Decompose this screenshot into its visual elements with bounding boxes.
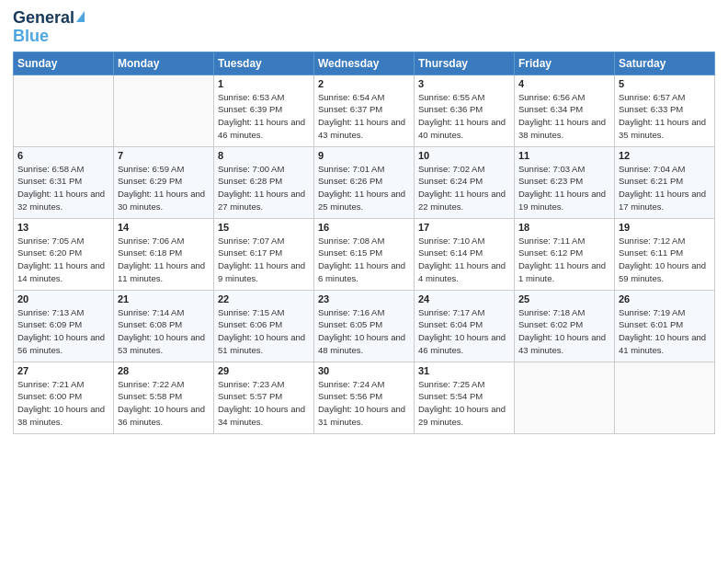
- sunset-label: Sunset: 6:26 PM: [318, 176, 382, 186]
- day-number: 10: [418, 150, 510, 161]
- sunset-label: Sunset: 5:54 PM: [418, 391, 483, 401]
- day-info: Sunrise: 6:59 AMSunset: 6:29 PMDaylight:…: [118, 163, 210, 213]
- sunrise-label: Sunrise: 7:13 AM: [17, 307, 84, 317]
- sunset-label: Sunset: 6:29 PM: [118, 176, 182, 186]
- sunset-label: Sunset: 6:09 PM: [17, 319, 82, 329]
- sunrise-label: Sunrise: 7:00 AM: [218, 164, 284, 174]
- day-number: 26: [619, 293, 711, 304]
- daylight-label: Daylight: 10 hours and 59 minutes.: [619, 260, 706, 283]
- weekday-header-cell: Friday: [515, 52, 615, 75]
- day-number: 4: [518, 78, 610, 89]
- day-info: Sunrise: 6:56 AMSunset: 6:34 PMDaylight:…: [518, 91, 610, 142]
- sunrise-label: Sunrise: 6:55 AM: [418, 92, 484, 102]
- sunrise-label: Sunrise: 7:11 AM: [518, 236, 585, 246]
- day-info: Sunrise: 7:10 AMSunset: 6:14 PMDaylight:…: [418, 235, 510, 285]
- day-number: 30: [318, 365, 410, 376]
- sunrise-label: Sunrise: 7:14 AM: [118, 307, 184, 317]
- sunrise-label: Sunrise: 7:15 AM: [218, 307, 284, 317]
- sunset-label: Sunset: 6:36 PM: [418, 104, 483, 114]
- daylight-label: Daylight: 11 hours and 30 minutes.: [118, 189, 205, 212]
- page-container: General Blue SundayMondayTuesdayWednesda…: [0, 0, 728, 442]
- calendar-week-row: 1Sunrise: 6:53 AMSunset: 6:39 PMDaylight…: [14, 75, 715, 146]
- daylight-label: Daylight: 11 hours and 9 minutes.: [218, 260, 305, 283]
- daylight-label: Daylight: 10 hours and 51 minutes.: [218, 332, 305, 355]
- calendar-cell: 15Sunrise: 7:07 AMSunset: 6:17 PMDayligh…: [214, 218, 314, 290]
- daylight-label: Daylight: 10 hours and 53 minutes.: [118, 332, 205, 355]
- calendar-cell: 11Sunrise: 7:03 AMSunset: 6:23 PMDayligh…: [515, 146, 615, 218]
- calendar-cell: 13Sunrise: 7:05 AMSunset: 6:20 PMDayligh…: [14, 218, 114, 290]
- day-info: Sunrise: 7:12 AMSunset: 6:11 PMDaylight:…: [619, 235, 711, 285]
- day-number: 7: [118, 150, 210, 161]
- header: General Blue: [13, 9, 715, 46]
- sunset-label: Sunset: 6:14 PM: [418, 247, 483, 258]
- sunset-label: Sunset: 6:23 PM: [518, 176, 583, 186]
- sunrise-label: Sunrise: 7:21 AM: [17, 379, 84, 389]
- daylight-label: Daylight: 11 hours and 46 minutes.: [218, 117, 305, 140]
- sunset-label: Sunset: 6:18 PM: [118, 247, 182, 258]
- sunrise-label: Sunrise: 7:18 AM: [518, 307, 585, 317]
- daylight-label: Daylight: 11 hours and 14 minutes.: [17, 260, 105, 283]
- calendar-cell: 9Sunrise: 7:01 AMSunset: 6:26 PMDaylight…: [314, 146, 415, 218]
- sunset-label: Sunset: 6:11 PM: [619, 247, 683, 258]
- daylight-label: Daylight: 10 hours and 46 minutes.: [418, 332, 506, 355]
- weekday-header-cell: Sunday: [14, 52, 114, 75]
- day-number: 25: [518, 293, 610, 304]
- weekday-header-cell: Wednesday: [314, 52, 415, 75]
- day-info: Sunrise: 7:02 AMSunset: 6:24 PMDaylight:…: [418, 163, 510, 213]
- calendar-cell: 14Sunrise: 7:06 AMSunset: 6:18 PMDayligh…: [114, 218, 214, 290]
- calendar-week-row: 27Sunrise: 7:21 AMSunset: 6:00 PMDayligh…: [14, 362, 715, 433]
- calendar-cell: 18Sunrise: 7:11 AMSunset: 6:12 PMDayligh…: [515, 218, 615, 290]
- logo-triangle-icon: [76, 11, 85, 22]
- day-info: Sunrise: 7:13 AMSunset: 6:09 PMDaylight:…: [17, 306, 109, 357]
- day-number: 6: [17, 150, 109, 161]
- daylight-label: Daylight: 10 hours and 34 minutes.: [218, 404, 305, 427]
- calendar-week-row: 20Sunrise: 7:13 AMSunset: 6:09 PMDayligh…: [14, 290, 715, 362]
- sunrise-label: Sunrise: 7:03 AM: [518, 164, 585, 174]
- day-number: 19: [619, 222, 711, 233]
- daylight-label: Daylight: 11 hours and 27 minutes.: [218, 189, 305, 212]
- day-number: 22: [218, 293, 310, 304]
- daylight-label: Daylight: 11 hours and 4 minutes.: [418, 260, 506, 283]
- day-info: Sunrise: 7:22 AMSunset: 5:58 PMDaylight:…: [118, 378, 210, 429]
- daylight-label: Daylight: 10 hours and 56 minutes.: [17, 332, 105, 355]
- sunrise-label: Sunrise: 7:06 AM: [118, 236, 184, 246]
- day-number: 21: [118, 293, 210, 304]
- sunrise-label: Sunrise: 7:07 AM: [218, 236, 284, 246]
- sunrise-label: Sunrise: 7:05 AM: [17, 236, 84, 246]
- daylight-label: Daylight: 11 hours and 22 minutes.: [418, 189, 506, 212]
- daylight-label: Daylight: 10 hours and 41 minutes.: [619, 332, 706, 355]
- day-info: Sunrise: 6:58 AMSunset: 6:31 PMDaylight:…: [17, 163, 109, 213]
- calendar-week-row: 13Sunrise: 7:05 AMSunset: 6:20 PMDayligh…: [14, 218, 715, 290]
- calendar-cell: [14, 75, 114, 146]
- calendar-cell: 24Sunrise: 7:17 AMSunset: 6:04 PMDayligh…: [415, 290, 515, 362]
- weekday-header-row: SundayMondayTuesdayWednesdayThursdayFrid…: [14, 52, 715, 75]
- calendar-cell: 21Sunrise: 7:14 AMSunset: 6:08 PMDayligh…: [114, 290, 214, 362]
- sunset-label: Sunset: 5:57 PM: [218, 391, 282, 401]
- daylight-label: Daylight: 11 hours and 43 minutes.: [318, 117, 405, 140]
- sunset-label: Sunset: 6:34 PM: [518, 104, 583, 114]
- daylight-label: Daylight: 10 hours and 48 minutes.: [318, 332, 405, 355]
- calendar-cell: 25Sunrise: 7:18 AMSunset: 6:02 PMDayligh…: [515, 290, 615, 362]
- day-number: 16: [318, 222, 410, 233]
- day-info: Sunrise: 7:23 AMSunset: 5:57 PMDaylight:…: [218, 378, 310, 429]
- calendar-cell: [615, 362, 715, 433]
- day-info: Sunrise: 6:53 AMSunset: 6:39 PMDaylight:…: [218, 91, 310, 142]
- sunrise-label: Sunrise: 7:23 AM: [218, 379, 284, 389]
- sunrise-label: Sunrise: 7:12 AM: [619, 236, 685, 246]
- sunset-label: Sunset: 5:56 PM: [318, 391, 382, 401]
- daylight-label: Daylight: 10 hours and 29 minutes.: [418, 404, 506, 427]
- daylight-label: Daylight: 11 hours and 11 minutes.: [118, 260, 205, 283]
- sunrise-label: Sunrise: 6:58 AM: [17, 164, 84, 174]
- day-info: Sunrise: 6:57 AMSunset: 6:33 PMDaylight:…: [619, 91, 711, 142]
- sunrise-label: Sunrise: 6:54 AM: [318, 92, 384, 102]
- day-number: 29: [218, 365, 310, 376]
- calendar-cell: 6Sunrise: 6:58 AMSunset: 6:31 PMDaylight…: [14, 146, 114, 218]
- logo-text-general: General: [13, 9, 74, 28]
- calendar-week-row: 6Sunrise: 6:58 AMSunset: 6:31 PMDaylight…: [14, 146, 715, 218]
- calendar-cell: 17Sunrise: 7:10 AMSunset: 6:14 PMDayligh…: [415, 218, 515, 290]
- daylight-label: Daylight: 11 hours and 40 minutes.: [418, 117, 506, 140]
- day-info: Sunrise: 6:55 AMSunset: 6:36 PMDaylight:…: [418, 91, 510, 142]
- day-info: Sunrise: 7:11 AMSunset: 6:12 PMDaylight:…: [518, 235, 610, 285]
- day-info: Sunrise: 7:24 AMSunset: 5:56 PMDaylight:…: [318, 378, 410, 429]
- sunrise-label: Sunrise: 7:04 AM: [619, 164, 685, 174]
